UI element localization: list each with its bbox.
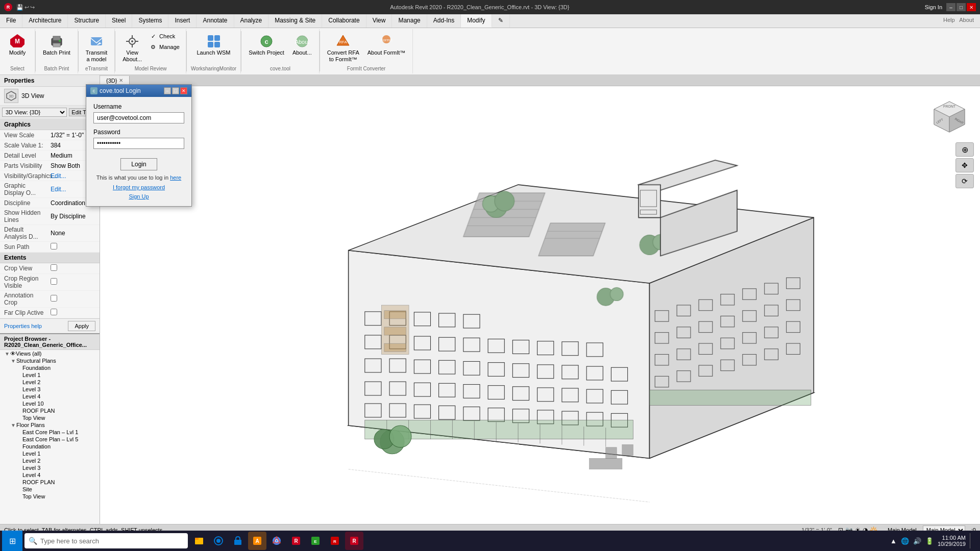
- tab-steel[interactable]: Steel: [106, 14, 132, 28]
- info-link[interactable]: here: [170, 174, 181, 181]
- maximize-btn[interactable]: □: [957, 3, 966, 11]
- tree-item-level4-s[interactable]: Level 4: [0, 393, 100, 400]
- tree-item-roof-plan-s[interactable]: ROOF PLAN: [0, 407, 100, 414]
- tab-structure[interactable]: Structure: [68, 14, 106, 28]
- tray-icon-1[interactable]: ▲: [890, 537, 897, 545]
- convert-rfa-btn[interactable]: RFA Convert RFAto FormIt™: [324, 31, 362, 65]
- tree-item-level10-s[interactable]: Level 10: [0, 400, 100, 407]
- tree-item-level1-s[interactable]: Level 1: [0, 371, 100, 379]
- view-cube[interactable]: FRONT LEFT RIGHT: [929, 96, 970, 137]
- check-btn[interactable]: ✓ Check: [147, 31, 182, 41]
- viewport-tab-close[interactable]: ✕: [119, 78, 123, 83]
- forgot-password-link[interactable]: I forgot my password: [113, 184, 165, 190]
- tab-analyze[interactable]: Analyze: [234, 14, 269, 28]
- tree-item-views-all[interactable]: ▼ 👁 Views (all): [0, 350, 100, 357]
- tree-item-foundation-s[interactable]: Foundation: [0, 364, 100, 371]
- qat-save[interactable]: 💾: [16, 4, 23, 11]
- dialog-close-btn[interactable]: ✕: [180, 87, 187, 94]
- svg-rect-15: [214, 35, 220, 41]
- tree-item-level3-s[interactable]: Level 3: [0, 386, 100, 393]
- close-btn[interactable]: ✕: [967, 3, 976, 11]
- extents-section-header[interactable]: Extents: [0, 253, 100, 263]
- apply-btn[interactable]: Apply: [68, 321, 95, 331]
- dialog-maximize-btn[interactable]: □: [172, 87, 179, 94]
- batch-print-btn[interactable]: Batch Print: [40, 31, 74, 58]
- tree-item-level1-f[interactable]: Level 1: [0, 450, 100, 457]
- tree-item-level3-f[interactable]: Level 3: [0, 464, 100, 471]
- crop-view-checkbox[interactable]: [51, 264, 57, 271]
- properties-help-link[interactable]: Properties help: [4, 323, 42, 329]
- tab-systems[interactable]: Systems: [132, 14, 168, 28]
- qat-redo[interactable]: ↪: [30, 4, 35, 11]
- manage-btn[interactable]: ⚙ Manage: [147, 42, 182, 52]
- taskbar-store[interactable]: [229, 532, 247, 550]
- tab-annotate[interactable]: Annotate: [197, 14, 234, 28]
- tab-file[interactable]: File: [0, 14, 22, 28]
- show-desktop-btn[interactable]: [970, 533, 974, 548]
- tab-collaborate[interactable]: Collaborate: [322, 14, 366, 28]
- annotation-crop-checkbox[interactable]: [51, 295, 57, 302]
- taskbar-cortana[interactable]: [209, 532, 228, 550]
- minimize-btn[interactable]: –: [946, 3, 955, 11]
- tree-item-roof-plan-f[interactable]: ROOF PLAN: [0, 479, 100, 486]
- taskbar-app2[interactable]: R: [326, 532, 344, 550]
- nav-zoom-btn[interactable]: ⊕: [955, 142, 974, 157]
- tab-insert[interactable]: Insert: [168, 14, 197, 28]
- taskbar-revit2[interactable]: R: [345, 532, 363, 550]
- taskbar-enscape[interactable]: E: [306, 532, 325, 550]
- about-formit-btn[interactable]: FormIt About FormIt™: [364, 31, 409, 58]
- help-btn[interactable]: Help: [943, 17, 955, 23]
- tab-view[interactable]: View: [366, 14, 393, 28]
- tree-item-site[interactable]: Site: [0, 486, 100, 493]
- username-input[interactable]: [93, 112, 184, 123]
- sign-in-btn[interactable]: Sign In: [925, 4, 942, 10]
- taskbar-app1[interactable]: A: [248, 532, 266, 550]
- tree-item-level2-f[interactable]: Level 2: [0, 457, 100, 464]
- wsm-icon: [206, 33, 222, 49]
- tab-massing[interactable]: Massing & Site: [268, 14, 322, 28]
- nav-pan-btn[interactable]: ✥: [955, 158, 974, 172]
- modify-btn[interactable]: M Modify: [4, 31, 31, 58]
- tree-item-east-core-1[interactable]: East Core Plan – Lvl 1: [0, 429, 100, 436]
- tab-manage[interactable]: Manage: [392, 14, 427, 28]
- password-input[interactable]: [93, 138, 184, 149]
- viewport-canvas[interactable]: FRONT LEFT RIGHT ⊕ ✥ ⟳: [100, 86, 980, 524]
- far-clip-checkbox[interactable]: [51, 309, 57, 315]
- tab-context[interactable]: ✎: [492, 14, 510, 28]
- tree-item-structural-plans[interactable]: ▼ Structural Plans: [0, 357, 100, 364]
- network-icon[interactable]: 🌐: [901, 537, 909, 545]
- crop-region-checkbox[interactable]: [51, 278, 57, 285]
- taskbar-search-box[interactable]: 🔍 Type here to search: [24, 533, 188, 548]
- transmit-btn[interactable]: Transmita model: [83, 31, 110, 65]
- tab-addins[interactable]: Add-Ins: [427, 14, 461, 28]
- taskbar-chrome[interactable]: [267, 532, 286, 550]
- nav-orbit-btn[interactable]: ⟳: [955, 174, 974, 188]
- sun-path-checkbox[interactable]: [51, 243, 57, 249]
- about-covetool-btn[interactable]: About About...: [289, 31, 315, 58]
- tree-item-level4-f[interactable]: Level 4: [0, 471, 100, 479]
- start-button[interactable]: ⊞: [2, 531, 22, 551]
- qat-undo[interactable]: ↩: [24, 4, 29, 11]
- dialog-minimize-btn[interactable]: –: [164, 87, 171, 94]
- view-selector-dropdown[interactable]: 3D View: {3D}: [2, 108, 67, 117]
- tab-modify[interactable]: Modify: [461, 14, 492, 28]
- tree-item-floor-plans[interactable]: ▼ Floor Plans: [0, 421, 100, 429]
- volume-icon[interactable]: 🔊: [913, 537, 921, 545]
- view-btn[interactable]: ViewAbout...: [119, 31, 145, 65]
- signup-link[interactable]: Sign Up: [129, 193, 149, 199]
- system-clock[interactable]: 11:00 AM 10/29/2019: [938, 535, 966, 547]
- about-btn[interactable]: About: [959, 17, 974, 23]
- svg-text:M: M: [15, 38, 20, 45]
- tree-item-level2-s[interactable]: Level 2: [0, 379, 100, 386]
- tab-architecture[interactable]: Architecture: [22, 14, 68, 28]
- tree-item-east-core-5[interactable]: East Core Plan – Lvl 5: [0, 436, 100, 443]
- switch-project-btn[interactable]: c Switch Project: [246, 31, 287, 58]
- tree-item-top-view-f[interactable]: Top View: [0, 493, 100, 500]
- taskbar-explorer[interactable]: [190, 532, 208, 550]
- tree-item-foundation-f[interactable]: Foundation: [0, 443, 100, 450]
- launch-wsm-btn[interactable]: Launch WSM: [194, 31, 234, 58]
- taskbar-revit[interactable]: R: [287, 532, 305, 550]
- tree-item-top-view-s[interactable]: Top View: [0, 414, 100, 421]
- login-btn[interactable]: Login: [120, 158, 157, 170]
- graphics-section-header[interactable]: Graphics: [0, 119, 100, 130]
